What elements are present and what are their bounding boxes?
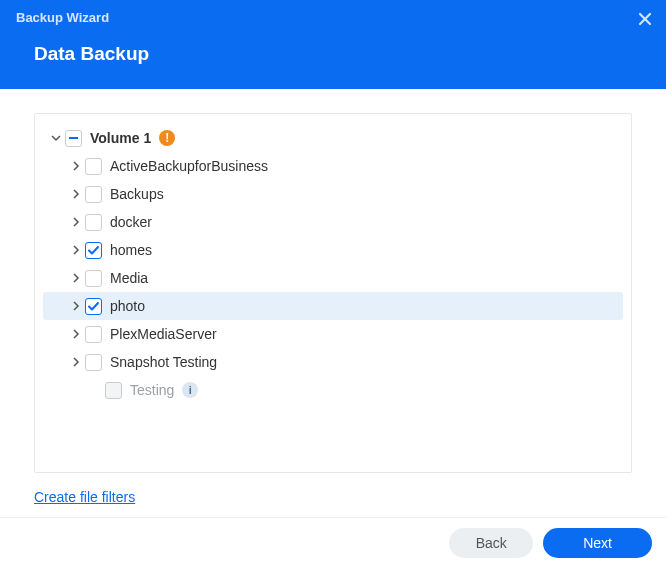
checkbox[interactable]	[85, 214, 102, 231]
expand-toggle[interactable]	[67, 298, 85, 314]
tree-label: homes	[110, 242, 152, 258]
chevron-right-icon	[71, 354, 81, 370]
checkbox[interactable]	[85, 158, 102, 175]
chevron-right-icon	[71, 326, 81, 342]
collapse-toggle[interactable]	[47, 130, 65, 146]
tree-row[interactable]: docker	[43, 208, 623, 236]
tree-label: Testing	[130, 382, 174, 398]
checkbox[interactable]	[85, 186, 102, 203]
close-button[interactable]	[638, 10, 652, 31]
tree-row-root[interactable]: Volume 1 !	[43, 124, 623, 152]
checkbox-disabled	[105, 382, 122, 399]
tree-label: Volume 1	[90, 130, 151, 146]
warning-icon[interactable]: !	[159, 130, 175, 146]
tree-label: Media	[110, 270, 148, 286]
chevron-down-icon	[51, 130, 61, 146]
chevron-right-icon	[71, 242, 81, 258]
tree-row[interactable]: Media	[43, 264, 623, 292]
checkbox[interactable]	[85, 326, 102, 343]
tree-label: Backups	[110, 186, 164, 202]
expand-toggle[interactable]	[67, 158, 85, 174]
expand-toggle[interactable]	[67, 242, 85, 258]
page-title: Data Backup	[16, 43, 650, 65]
checkbox[interactable]	[85, 270, 102, 287]
content-area: Volume 1 ! ActiveBackupforBusinessBackup…	[0, 89, 666, 515]
tree-label: PlexMediaServer	[110, 326, 217, 342]
expand-toggle[interactable]	[67, 326, 85, 342]
checkbox-root[interactable]	[65, 130, 82, 147]
chevron-right-icon	[71, 270, 81, 286]
expand-toggle[interactable]	[67, 214, 85, 230]
tree-row[interactable]: photo	[43, 292, 623, 320]
tree-label: ActiveBackupforBusiness	[110, 158, 268, 174]
expand-toggle[interactable]	[67, 270, 85, 286]
chevron-right-icon	[71, 214, 81, 230]
tree-row[interactable]: Backups	[43, 180, 623, 208]
expand-toggle[interactable]	[67, 186, 85, 202]
expand-toggle[interactable]	[67, 354, 85, 370]
tree-label: Snapshot Testing	[110, 354, 217, 370]
close-icon	[638, 10, 652, 30]
create-file-filters-link[interactable]: Create file filters	[34, 489, 632, 505]
chevron-right-icon	[71, 298, 81, 314]
tree-row-disabled: Testing i	[43, 376, 623, 404]
tree-row[interactable]: ActiveBackupforBusiness	[43, 152, 623, 180]
tree-label: docker	[110, 214, 152, 230]
folder-tree[interactable]: Volume 1 ! ActiveBackupforBusinessBackup…	[34, 113, 632, 473]
next-button[interactable]: Next	[543, 528, 652, 558]
tree-row[interactable]: Snapshot Testing	[43, 348, 623, 376]
wizard-header: Backup Wizard Data Backup	[0, 0, 666, 89]
chevron-right-icon	[71, 186, 81, 202]
chevron-right-icon	[71, 158, 81, 174]
back-button[interactable]: Back	[449, 528, 533, 558]
checkbox[interactable]	[85, 298, 102, 315]
tree-row[interactable]: homes	[43, 236, 623, 264]
tree-row[interactable]: PlexMediaServer	[43, 320, 623, 348]
wizard-title: Backup Wizard	[16, 10, 650, 25]
checkbox[interactable]	[85, 354, 102, 371]
info-icon[interactable]: i	[182, 382, 198, 398]
tree-label: photo	[110, 298, 145, 314]
checkbox[interactable]	[85, 242, 102, 259]
footer: Back Next	[0, 517, 666, 568]
